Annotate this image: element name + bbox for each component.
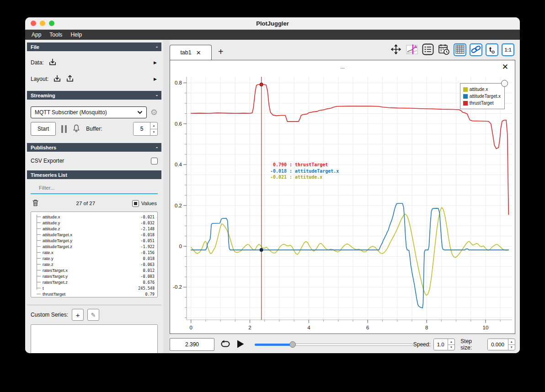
add-tab-button[interactable]: + (218, 47, 224, 57)
publishers-section-header[interactable]: Publishers - (27, 143, 161, 152)
time-origin-button[interactable]: tO (486, 43, 498, 56)
tree-line (37, 215, 37, 290)
legend-label: attitude.x (470, 87, 488, 92)
upload-icon (66, 74, 74, 84)
add-custom-series-button[interactable]: + (72, 309, 84, 321)
chevron-down-icon (137, 109, 143, 116)
plot-legend[interactable]: attitude.x attitudeTarget.x thrustTarget (460, 83, 505, 109)
timeseries-section-title: Timeseries List (31, 172, 67, 178)
streaming-section-header[interactable]: Streaming - (27, 91, 161, 100)
playback-time-input[interactable] (170, 338, 214, 351)
desktop-background: PlotJuggler App Tools Help File - Data: (0, 0, 545, 392)
file-section-header[interactable]: File - (27, 42, 161, 51)
legend-handle[interactable] (501, 80, 508, 87)
spin-down-icon[interactable]: ▼ (508, 345, 515, 350)
close-plot-icon[interactable]: ✕ (502, 63, 508, 71)
move-view-button[interactable] (390, 43, 402, 56)
timeseries-row[interactable]: ratesTarget.z0.676 (31, 279, 155, 285)
menu-tools[interactable]: Tools (49, 32, 62, 38)
timeseries-row[interactable]: attitudeTarget.x-0.018 (31, 232, 155, 238)
time-origin-icon: tO (489, 46, 495, 54)
download-icon (48, 58, 57, 68)
plot-title[interactable]: ... (170, 64, 515, 69)
collapse-icon[interactable]: - (156, 92, 158, 99)
datetime-button[interactable] (438, 43, 450, 56)
curve-list-button[interactable] (422, 43, 434, 56)
menu-help[interactable]: Help (70, 32, 82, 38)
speed-input[interactable] (434, 339, 448, 350)
timeseries-row[interactable]: attitude.z-2.148 (31, 226, 155, 232)
timeseries-section-header[interactable]: Timeseries List (27, 170, 161, 179)
ratio-button[interactable]: 1:1 (502, 43, 514, 56)
csv-exporter-label: CSV Exporter (31, 158, 64, 164)
csv-exporter-checkbox[interactable] (151, 158, 158, 164)
tracker-readout-line: 0.790 : thrustTarget (267, 162, 339, 168)
timeseries-row[interactable]: thrustTarget0.79 (31, 291, 155, 297)
load-data-button[interactable] (48, 58, 57, 68)
timeseries-row[interactable]: t245.548 (31, 285, 155, 291)
file-section-title: File (31, 44, 39, 50)
plot-canvas[interactable]: 0246810-0.200.20.40.60.8 (170, 74, 515, 334)
bell-icon[interactable] (72, 124, 80, 134)
spin-up-icon[interactable]: ▲ (448, 339, 455, 345)
timeseries-row[interactable]: attitude.x-0.021 (31, 214, 155, 220)
data-expander-icon[interactable]: ▶ (154, 60, 157, 65)
spin-up-icon[interactable]: ▲ (508, 339, 515, 345)
grid-layout-button[interactable] (454, 43, 466, 56)
legend-item[interactable]: thrustTarget (463, 100, 501, 106)
timeseries-row[interactable]: ratesTarget.x0.012 (31, 267, 155, 273)
timeseries-row[interactable]: ratesTarget.y-0.083 (31, 273, 155, 279)
pause-icon[interactable] (61, 125, 67, 133)
play-button[interactable] (236, 339, 245, 350)
timeseries-row[interactable]: attitude.y-0.032 (31, 220, 155, 226)
step-size-label: Step size: (460, 338, 484, 351)
legend-item[interactable]: attitude.x (463, 86, 501, 93)
legend-item[interactable]: attitudeTarget.x (463, 93, 501, 100)
timeseries-row[interactable]: rate.z-0.063 (31, 261, 155, 267)
menu-app[interactable]: App (32, 32, 41, 38)
data-row: Data: ▶ (31, 54, 158, 71)
streaming-plugin-select[interactable]: MQTT Subscriber (Mosquitto) (31, 106, 147, 118)
loop-button[interactable] (220, 340, 231, 350)
collapse-icon[interactable]: - (156, 44, 158, 50)
layout-row: Layout: ▶ (31, 71, 158, 87)
spin-up-icon[interactable]: ▲ (150, 122, 157, 129)
save-layout-button[interactable] (66, 74, 74, 84)
speed-spinbox[interactable]: ▲▼ (433, 339, 455, 350)
data-label: Data: (31, 59, 44, 66)
timeseries-row[interactable]: attitudeTarget.z-1.922 (31, 244, 155, 249)
tab-tab1[interactable]: tab1 ✕ (170, 45, 212, 60)
custom-series-list[interactable] (31, 324, 158, 353)
values-checkbox[interactable] (132, 200, 139, 207)
step-size-input[interactable] (488, 339, 508, 350)
link-axes-button[interactable] (470, 43, 482, 56)
timeseries-row[interactable]: attitudeTarget.y-0.051 (31, 238, 155, 244)
spin-down-icon[interactable]: ▼ (448, 345, 455, 350)
menu-bar: App Tools Help (25, 30, 520, 40)
edit-custom-series-button[interactable]: ✎ (87, 309, 99, 321)
trash-icon[interactable] (32, 199, 39, 208)
svg-text:0: 0 (179, 244, 182, 249)
load-layout-button[interactable] (53, 74, 61, 84)
buffer-input[interactable] (134, 122, 150, 135)
slider-handle[interactable] (289, 341, 296, 348)
filter-input[interactable] (31, 182, 158, 194)
playback-slider[interactable] (255, 341, 413, 348)
timeseries-list[interactable]: attitude.x-0.021 attitude.y-0.032 attitu… (31, 212, 158, 297)
collapse-icon[interactable]: - (156, 144, 158, 151)
step-size-spinbox[interactable]: ▲▼ (487, 339, 515, 350)
legend-color-chip (463, 87, 468, 92)
svg-text:8: 8 (425, 325, 428, 330)
buffer-spinbox[interactable]: ▲ ▼ (133, 122, 158, 136)
layout-expander-icon[interactable]: ▶ (154, 77, 157, 81)
gear-icon[interactable]: ⚙ (150, 108, 158, 117)
timeseries-row[interactable]: rate.x-0.156 (31, 249, 155, 255)
sidebar-splitter[interactable] (163, 40, 170, 353)
start-streaming-button[interactable]: Start (31, 122, 56, 136)
timeseries-row[interactable]: rate.y0.018 (31, 255, 155, 261)
close-tab-icon[interactable]: ✕ (196, 50, 201, 56)
list-icon (422, 43, 434, 57)
spin-down-icon[interactable]: ▼ (150, 129, 157, 136)
tracker-button[interactable]: A (406, 43, 418, 56)
file-section-body: Data: ▶ Layout: (27, 52, 161, 91)
